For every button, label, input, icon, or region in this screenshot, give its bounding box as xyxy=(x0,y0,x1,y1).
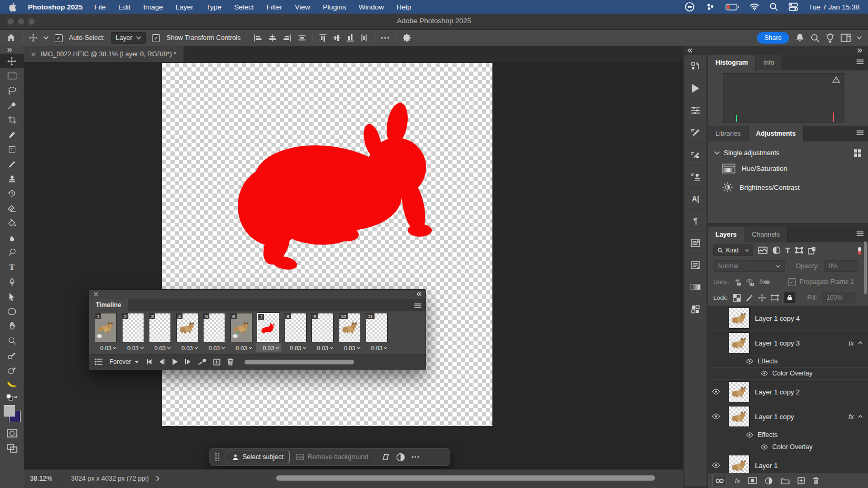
collapse-dock-icon[interactable] xyxy=(857,48,863,53)
filter-pixel-layers-icon[interactable] xyxy=(758,247,768,254)
timeline-frame-10[interactable]: 10 0.03 xyxy=(338,313,363,354)
move-tool[interactable] xyxy=(0,54,24,68)
frame-delay-dropdown[interactable]: 0.03 xyxy=(148,343,173,352)
layer-thumbnail[interactable] xyxy=(729,332,750,353)
menu-bar-clock[interactable]: Tue 7 Jan 15:38 xyxy=(809,3,860,11)
frame-delay-dropdown[interactable]: 0.03 xyxy=(338,343,363,352)
transform-warp-icon[interactable] xyxy=(381,453,390,461)
filter-adjustment-layers-icon[interactable] xyxy=(772,246,781,255)
taskbar-drag-handle[interactable] xyxy=(215,453,219,461)
brush-settings-icon[interactable] xyxy=(684,121,706,144)
menu-image[interactable]: Image xyxy=(143,3,163,11)
spotlight-icon[interactable] xyxy=(770,3,778,11)
layer-visibility-toggle[interactable] xyxy=(708,453,724,473)
next-frame-button[interactable] xyxy=(185,359,191,364)
battery-icon[interactable] xyxy=(725,4,739,11)
auto-select-checkbox[interactable]: ✓ xyxy=(55,34,63,42)
screen-mode-button[interactable] xyxy=(0,441,24,455)
horizontal-scrollbar[interactable] xyxy=(276,475,655,481)
adjustments-menu-icon[interactable] xyxy=(856,130,864,135)
control-center-icon[interactable] xyxy=(789,3,798,11)
layer-row[interactable]: Layer 1 copy 3 fx xyxy=(708,331,868,355)
foreground-background-swatches[interactable] xyxy=(0,404,24,426)
frame-thumbnail[interactable]: 1 xyxy=(95,313,117,342)
remove-tool[interactable] xyxy=(0,142,24,157)
expand-dock-icon[interactable] xyxy=(687,48,692,53)
frame-delay-dropdown[interactable]: 0.03 xyxy=(365,343,390,352)
smudge-tool[interactable] xyxy=(0,230,24,245)
add-mask-button[interactable] xyxy=(748,477,757,484)
tab-channels[interactable]: Channels xyxy=(744,227,788,242)
menu-type[interactable]: Type xyxy=(206,3,221,11)
adjustment-brightness-contrast[interactable]: Brightness/Contrast xyxy=(708,178,868,197)
filter-smart-objects-icon[interactable] xyxy=(808,247,816,255)
align-center-h-icon[interactable] xyxy=(268,34,277,42)
frame-delay-dropdown[interactable]: 0.03 xyxy=(202,343,227,352)
effect-visibility-toggle[interactable] xyxy=(761,444,768,450)
frame-thumbnail[interactable]: 8 xyxy=(285,313,307,342)
layer-thumbnail[interactable] xyxy=(729,455,750,473)
workspace-switcher-icon[interactable] xyxy=(841,34,851,42)
eyedropper-tool[interactable] xyxy=(0,127,24,142)
lock-transparent-pixels-icon[interactable] xyxy=(733,294,741,302)
layer-style-button[interactable]: fx xyxy=(735,477,740,485)
new-frame-button[interactable] xyxy=(213,359,220,365)
collapse-panel-icon[interactable] xyxy=(416,292,421,296)
adjustments-sliders-icon[interactable] xyxy=(684,99,706,121)
version-history-icon[interactable] xyxy=(684,55,706,77)
frame-delay-dropdown[interactable]: 0.03 xyxy=(175,343,200,352)
timeline-frame-11[interactable]: 11 0.03 xyxy=(365,313,390,354)
delete-layer-trash-icon[interactable] xyxy=(813,477,819,484)
lasso-tool[interactable] xyxy=(0,83,24,98)
frame-thumbnail[interactable]: 6 xyxy=(230,313,253,342)
layer-visibility-toggle[interactable] xyxy=(708,306,724,330)
workspace-settings-gear-icon[interactable] xyxy=(402,33,412,43)
select-subject-button[interactable]: Select subject xyxy=(226,451,290,463)
frame-thumbnail[interactable]: 10 xyxy=(339,313,361,342)
single-adjustments-section[interactable]: Single adjustments xyxy=(708,147,868,159)
clone-stamp-tool[interactable] xyxy=(0,171,24,186)
lock-all-icon[interactable] xyxy=(784,292,795,303)
character-panel-icon[interactable]: A| xyxy=(684,188,706,210)
tab-info[interactable]: Info xyxy=(756,55,782,70)
eraser-tool[interactable] xyxy=(0,201,24,216)
align-right-icon[interactable] xyxy=(283,34,291,42)
layer-row[interactable]: Layer 1 copy 2 xyxy=(708,380,868,404)
lock-image-pixels-icon[interactable] xyxy=(745,294,753,302)
actions-play-icon[interactable] xyxy=(684,77,706,99)
workspace-chevron-icon[interactable] xyxy=(857,36,862,39)
uncached-refresh-warning-icon[interactable] xyxy=(832,76,840,83)
unify-position-icon[interactable] xyxy=(733,278,741,286)
pen-tool[interactable] xyxy=(0,274,24,289)
layers-scrollbar[interactable] xyxy=(864,241,867,294)
close-tab-icon[interactable] xyxy=(31,52,36,57)
tab-adjustments[interactable]: Adjustments xyxy=(749,126,804,141)
magic-wand-tool[interactable] xyxy=(0,98,24,113)
clone-source-icon[interactable] xyxy=(684,166,706,188)
notifications-bell-icon[interactable] xyxy=(795,33,804,43)
brushes-icon[interactable] xyxy=(684,144,706,166)
timeline-frame-3[interactable]: 3 0.03 xyxy=(148,313,173,354)
layer-visibility-toggle[interactable] xyxy=(708,380,724,404)
timeline-frame-9[interactable]: 9 0.03 xyxy=(310,313,336,354)
menu-help[interactable]: Help xyxy=(397,3,411,11)
frame-delay-dropdown[interactable]: 0.03 xyxy=(121,343,146,352)
delete-frame-trash-icon[interactable] xyxy=(227,358,234,365)
wifi-icon[interactable] xyxy=(750,3,759,11)
align-top-icon[interactable] xyxy=(319,34,327,42)
show-transform-checkbox[interactable]: ✓ xyxy=(152,34,160,42)
frame-thumbnail[interactable]: 4 xyxy=(176,313,198,342)
move-tool-icon[interactable] xyxy=(29,34,37,42)
selection-brush-tool[interactable] xyxy=(0,363,24,378)
discover-lightbulb-icon[interactable] xyxy=(826,33,834,43)
paragraph-styles-icon[interactable] xyxy=(684,254,706,276)
layer-name[interactable]: Layer 1 copy xyxy=(755,413,794,421)
tab-libraries[interactable]: Libraries xyxy=(708,126,749,141)
filter-type-layers-icon[interactable]: T xyxy=(785,246,790,255)
lock-artboard-icon[interactable] xyxy=(771,294,779,301)
rectangular-marquee-tool[interactable] xyxy=(0,68,24,83)
lock-position-icon[interactable] xyxy=(758,294,766,302)
play-button[interactable] xyxy=(172,359,178,365)
layer-visibility-toggle[interactable] xyxy=(708,404,724,429)
effect-visibility-toggle[interactable] xyxy=(746,432,753,438)
